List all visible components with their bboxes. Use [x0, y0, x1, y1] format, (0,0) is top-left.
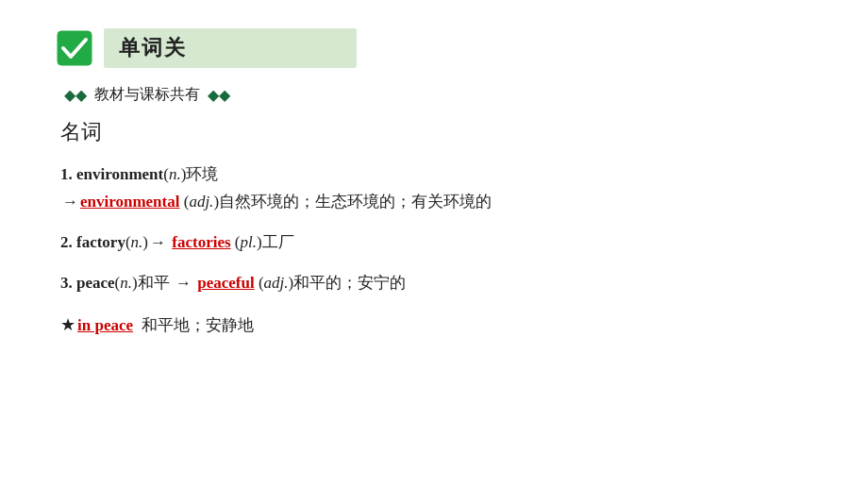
entry3-pos2: (adj.) [259, 274, 293, 292]
checkmark-icon [57, 30, 92, 66]
entry1-derivative: environmental [80, 193, 179, 211]
entry3-derivative: peaceful [197, 274, 254, 292]
entry1-meaning1: 环境 [186, 165, 218, 183]
entry1-arrow: → [62, 193, 78, 211]
word-entry-1: 1. environment(n.)环境 →environmental (adj… [60, 161, 811, 216]
entry2-meaning1: 工厂 [262, 233, 294, 251]
page-container: 单词关 ◆◆ 教材与课标共有 ◆◆ 名词 1. environment(n.)环… [0, 0, 868, 489]
entry2-derivative: factories [172, 233, 230, 251]
word-entry-3: 3. peace(n.)和平 → peaceful (adj.)和平的；安宁的 [60, 270, 811, 297]
star-icon: ★ [60, 315, 75, 334]
category-title: 名词 [60, 118, 811, 146]
entry3-pos1: (n.) [115, 274, 138, 292]
entry2-number-word: 2. factory [60, 233, 125, 251]
entry2-pos1: (n.) [125, 233, 148, 251]
entry1-number-word: 1. environment [60, 165, 163, 183]
subtitle-row: ◆◆ 教材与课标共有 ◆◆ [60, 85, 811, 105]
entry3-meaning2: 和平的；安宁的 [293, 274, 406, 292]
diamond-right-icon: ◆◆ [208, 86, 230, 104]
diamond-left-icon: ◆◆ [64, 86, 87, 104]
entry2-arrow: → [150, 233, 166, 251]
star-meaning: 和平地；安静地 [142, 316, 254, 334]
subtitle-text: 教材与课标共有 [94, 85, 200, 105]
header-section: 单词关 [57, 28, 811, 68]
star-phrase: in peace [77, 316, 133, 334]
entry3-number-word: 3. peace [60, 274, 115, 292]
entry3-meaning1: 和平 [138, 274, 170, 292]
page-title: 单词关 [104, 28, 357, 68]
entry1-pos1: (n.) [163, 165, 186, 183]
word-entry-2: 2. factory(n.)→ factories (pl.)工厂 [60, 229, 811, 257]
entry2-pos2: (pl.) [235, 233, 262, 251]
star-entry: ★in peace 和平地；安静地 [60, 311, 811, 340]
entry1-meaning2: 自然环境的；生态环境的；有关环境的 [219, 193, 492, 211]
entry3-arrow: → [172, 274, 196, 292]
entry1-pos2: (adj.) [184, 193, 219, 211]
